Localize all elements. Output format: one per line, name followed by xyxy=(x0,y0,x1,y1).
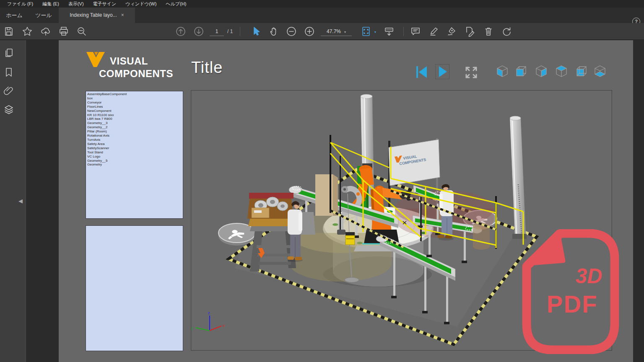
axis-x-label: x xyxy=(223,323,225,328)
collapse-panel-icon[interactable]: ◀ xyxy=(18,198,23,204)
next-page-button[interactable] xyxy=(193,26,204,37)
page-thumbnails-icon[interactable] xyxy=(3,48,14,59)
close-tab-icon[interactable]: × xyxy=(121,12,124,18)
play-button[interactable] xyxy=(435,64,449,79)
component-list-item[interactable]: FloorLines xyxy=(87,105,183,109)
logo-line1: VISUAL xyxy=(110,55,148,67)
display-settings-button[interactable] xyxy=(384,26,395,37)
component-list-item[interactable]: Geometry__3 xyxy=(87,121,183,125)
component-list-item[interactable]: Pillar (Room) xyxy=(87,129,183,134)
notes-panel[interactable] xyxy=(86,225,183,351)
save-button[interactable] xyxy=(3,26,14,37)
3d-pdf-badge: 3D PDF xyxy=(522,229,623,354)
component-list-item[interactable]: LBR iiwa 7 R800 xyxy=(87,117,183,121)
page-number-input[interactable]: 1 xyxy=(210,28,224,36)
view-top-cube-icon[interactable] xyxy=(555,65,568,78)
toolbar-separator xyxy=(240,27,240,36)
zoom-level-dropdown[interactable]: 47.7%▾ xyxy=(321,28,352,36)
menu-item[interactable]: 編集 (E) xyxy=(38,0,64,8)
select-tool-button[interactable] xyxy=(251,26,262,37)
rotate-button[interactable] xyxy=(501,26,512,37)
layers-icon[interactable] xyxy=(3,104,14,115)
component-list-item[interactable]: KR 10 R1100 sixx xyxy=(87,113,183,117)
axis-z-label: z xyxy=(208,311,210,315)
main-toolbar: 1 / 1 47.7%▾ ▾ xyxy=(0,23,644,40)
attachments-icon[interactable] xyxy=(3,85,14,96)
view-right-cube-icon[interactable] xyxy=(535,65,548,78)
logo-line2: COMPONENTS xyxy=(99,68,173,79)
page-title: Title xyxy=(191,59,223,77)
zoom-in-button[interactable] xyxy=(304,26,315,37)
menu-item[interactable]: 電子サイン xyxy=(88,0,121,8)
tab-bar: ホーム ツール Indexing Table layo...× ? xyxy=(0,8,644,23)
cloud-upload-button[interactable] xyxy=(40,26,51,37)
component-list-item[interactable]: Tool Stand xyxy=(87,150,183,155)
bookmarks-icon[interactable] xyxy=(3,67,14,78)
search-icon[interactable] xyxy=(76,26,87,37)
component-list-item[interactable]: Geometry xyxy=(87,163,183,167)
view-front-cube-icon[interactable] xyxy=(515,65,527,78)
view-back-cube-icon[interactable] xyxy=(575,65,588,78)
page-total-label: / 1 xyxy=(227,28,233,36)
component-list-item[interactable]: Safety Area xyxy=(87,142,183,146)
component-list-item[interactable]: Geometry__2 xyxy=(87,125,183,129)
component-list-item[interactable]: AssemblyBaseComponent xyxy=(87,92,183,96)
highlight-button[interactable] xyxy=(428,26,439,37)
skip-to-start-button[interactable] xyxy=(415,65,428,79)
comment-button[interactable] xyxy=(410,26,421,37)
zoom-out-button[interactable] xyxy=(286,26,297,37)
component-list-item[interactable]: TurnAxis xyxy=(87,138,183,142)
previous-page-button[interactable] xyxy=(175,26,186,37)
component-list-item[interactable]: Geometry__5 xyxy=(87,159,183,163)
fit-page-button[interactable] xyxy=(361,26,371,37)
tab-document[interactable]: Indexing Table layo...× xyxy=(59,8,135,23)
component-list-item[interactable]: Conveyor xyxy=(87,101,183,105)
view-bottom-cube-icon[interactable] xyxy=(594,65,606,78)
view-left-cube-icon[interactable] xyxy=(496,65,509,78)
visual-components-logo: VISUAL COMPONENTS xyxy=(83,50,251,83)
component-list-item[interactable]: box xyxy=(87,96,183,101)
hand-tool-button[interactable] xyxy=(268,26,279,37)
component-list-item[interactable]: SafetyScanner xyxy=(87,146,183,150)
menu-item[interactable]: ヘルプ(H) xyxy=(161,0,191,8)
fit-page-caret-icon[interactable]: ▾ xyxy=(374,30,376,34)
component-list-item[interactable]: NewComponent xyxy=(87,109,183,113)
safety-mat-left xyxy=(218,223,255,246)
delete-button[interactable] xyxy=(483,26,494,37)
star-favorite-button[interactable] xyxy=(22,26,33,37)
component-list-item[interactable]: VC Logo xyxy=(87,155,183,159)
document-tab-title: Indexing Table layo... xyxy=(70,12,117,18)
badge-3d-label: 3D xyxy=(576,264,602,288)
badge-pdf-label: PDF xyxy=(547,290,598,318)
toolbar-separator xyxy=(403,27,404,36)
tab-home[interactable]: ホーム xyxy=(0,8,29,23)
component-list-panel[interactable]: AssemblyBaseComponentboxConveyorFloorLin… xyxy=(86,91,183,219)
tab-tools[interactable]: ツール xyxy=(29,8,59,23)
pdf-page: VISUAL COMPONENTS Title AssemblyBaseComp… xyxy=(59,40,633,362)
sign-button[interactable] xyxy=(447,26,457,37)
print-button[interactable] xyxy=(58,26,69,37)
menu-item[interactable]: 表示(V) xyxy=(64,0,88,8)
menu-item[interactable]: ウィンドウ(W) xyxy=(121,0,161,8)
fill-sign-button[interactable] xyxy=(465,26,475,37)
menu-bar: ファイル (F)編集 (E)表示(V)電子サインウィンドウ(W)ヘルプ(H) xyxy=(0,0,644,8)
component-list-item[interactable]: Rotational Axis xyxy=(87,134,183,138)
expand-fullscreen-button[interactable] xyxy=(465,65,478,80)
menu-item[interactable]: ファイル (F) xyxy=(3,0,38,8)
